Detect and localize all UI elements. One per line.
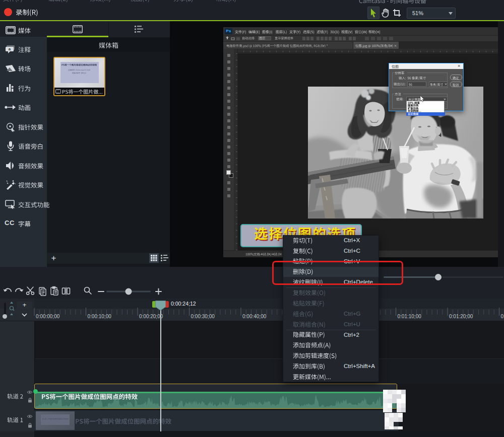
svg-text:a: a: [9, 47, 11, 51]
